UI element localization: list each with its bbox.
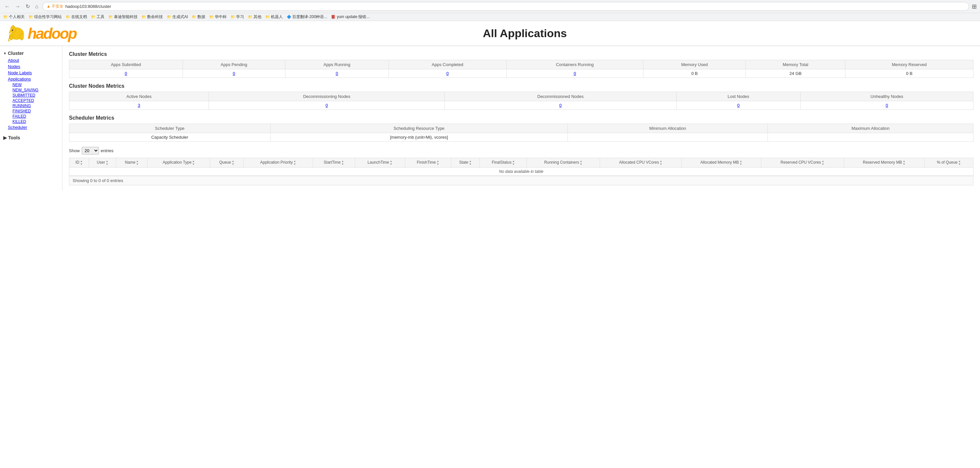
cluster-label: Cluster bbox=[8, 51, 24, 56]
bookmark-item[interactable]: 📁其他 bbox=[248, 14, 261, 20]
cluster-nodes-header: Decommissioned Nodes bbox=[445, 92, 676, 101]
sidebar-item-killed[interactable]: KILLED bbox=[12, 119, 62, 124]
bookmark-item[interactable]: 📁在线文档 bbox=[66, 14, 87, 20]
bookmark-item[interactable]: 📁数命科技 bbox=[142, 14, 163, 20]
scheduler-metrics-title: Scheduler Metrics bbox=[69, 115, 974, 121]
cluster-nodes-cell[interactable]: 0 bbox=[676, 101, 800, 110]
sidebar-item-new[interactable]: NEW bbox=[12, 82, 62, 88]
sort-icon: ▲▼ bbox=[106, 160, 108, 166]
bookmark-label: 机器人 bbox=[271, 14, 283, 20]
sort-icon: ▲▼ bbox=[136, 160, 138, 166]
apps-table-header[interactable]: Reserved CPU VCores▲▼ bbox=[761, 158, 844, 168]
scheduler-cell: [memory-mb (unit=Mi), vcores] bbox=[270, 133, 568, 142]
cluster-metrics-cell[interactable]: 0 bbox=[388, 69, 506, 78]
bookmark-icon: 📁 bbox=[248, 15, 253, 19]
forward-button[interactable]: → bbox=[14, 3, 22, 10]
browser-toolbar: ← → ↻ ⌂ ▲ 不安全 hadoop103:8088/cluster ⊞ bbox=[0, 0, 980, 13]
sidebar-item-scheduler[interactable]: Scheduler bbox=[6, 124, 62, 131]
cluster-nodes-cell[interactable]: 0 bbox=[445, 101, 676, 110]
apps-table-header[interactable]: ID▲▼ bbox=[69, 158, 89, 168]
sidebar-item-node-labels[interactable]: Node Labels bbox=[6, 70, 62, 76]
apps-table-header[interactable]: Running Containers▲▼ bbox=[527, 158, 600, 168]
apps-table: ID▲▼ User▲▼ Name▲▼ Application Type▲▼ Qu… bbox=[69, 158, 974, 176]
bookmark-item[interactable]: 📁工具 bbox=[91, 14, 105, 20]
sidebar-item-new_saving[interactable]: NEW_SAVING bbox=[12, 88, 62, 93]
apps-table-header[interactable]: FinalStatus▲▼ bbox=[480, 158, 527, 168]
apps-table-header[interactable]: Allocated CPU VCores▲▼ bbox=[600, 158, 681, 168]
bookmark-icon: 📁 bbox=[142, 15, 146, 19]
bookmark-item[interactable]: 📁学习 bbox=[231, 14, 244, 20]
cluster-nodes-cell[interactable]: 0 bbox=[800, 101, 973, 110]
tools-label: Tools bbox=[8, 135, 20, 141]
home-button[interactable]: ⌂ bbox=[34, 3, 40, 10]
back-button[interactable]: ← bbox=[3, 3, 11, 10]
apps-table-header[interactable]: Application Priority▲▼ bbox=[243, 158, 313, 168]
cluster-metrics-cell[interactable]: 0 bbox=[69, 69, 183, 78]
bookmark-item[interactable]: 📕yum update 报错... bbox=[331, 14, 369, 20]
scheduler-header: Scheduler Type bbox=[69, 124, 270, 133]
apps-table-header[interactable]: Reserved Memory MB▲▼ bbox=[844, 158, 924, 168]
apps-table-header[interactable]: Application Type▲▼ bbox=[148, 158, 210, 168]
main-content: Cluster Metrics Apps SubmittedApps Pendi… bbox=[62, 46, 980, 191]
cluster-nodes-cell[interactable]: 3 bbox=[69, 101, 209, 110]
apps-table-header[interactable]: LaunchTime▲▼ bbox=[355, 158, 405, 168]
bookmark-icon: 📁 bbox=[167, 15, 172, 19]
bookmark-icon: 📁 bbox=[91, 15, 95, 19]
cluster-metrics-cell[interactable]: 0 bbox=[506, 69, 643, 78]
cluster-metrics-header: Apps Running bbox=[285, 60, 389, 69]
bookmark-label: 在线文档 bbox=[71, 14, 87, 20]
bookmark-label: 工具 bbox=[97, 14, 105, 20]
bookmark-item[interactable]: 📁生成式AI bbox=[167, 14, 188, 20]
bookmark-label: 个人相关 bbox=[9, 14, 25, 20]
bookmark-label: 数据 bbox=[197, 14, 205, 20]
page-title: All Applications bbox=[76, 27, 974, 40]
sidebar-item-running[interactable]: RUNNING bbox=[12, 103, 62, 109]
sort-icon: ▲▼ bbox=[822, 160, 824, 166]
address-bar[interactable]: ▲ 不安全 hadoop103:8088/cluster bbox=[42, 2, 969, 11]
scheduler-header: Minimum Allocation bbox=[568, 124, 767, 133]
apps-table-header[interactable]: StartTime▲▼ bbox=[313, 158, 355, 168]
bookmark-item[interactable]: 📁数据 bbox=[192, 14, 205, 20]
apps-table-header[interactable]: % of Queue▲▼ bbox=[924, 158, 974, 168]
apps-table-header[interactable]: Queue▲▼ bbox=[210, 158, 244, 168]
sidebar-item-about[interactable]: About bbox=[6, 57, 62, 64]
cluster-metrics-cell[interactable]: 0 bbox=[285, 69, 389, 78]
security-warning: ▲ 不安全 bbox=[47, 3, 64, 9]
cluster-nodes-title: Cluster Nodes Metrics bbox=[69, 83, 974, 89]
sort-icon: ▲▼ bbox=[469, 160, 472, 166]
translate-icon[interactable]: ⊞ bbox=[972, 3, 977, 10]
entries-label: entries bbox=[101, 148, 114, 153]
cluster-toggle[interactable]: ▼ Cluster bbox=[0, 49, 62, 57]
reload-button[interactable]: ↻ bbox=[24, 3, 31, 10]
cluster-metrics-cell: 0 B bbox=[643, 69, 746, 78]
cluster-metrics-table: Apps SubmittedApps PendingApps RunningAp… bbox=[69, 60, 974, 78]
apps-table-header[interactable]: FinishTime▲▼ bbox=[405, 158, 451, 168]
bookmark-item[interactable]: 🔷百度翻译-200种语... bbox=[287, 14, 327, 20]
sidebar-item-submitted[interactable]: SUBMITTED bbox=[12, 93, 62, 98]
cluster-nodes-cell[interactable]: 0 bbox=[209, 101, 445, 110]
bookmark-label: 其他 bbox=[253, 14, 261, 20]
no-data-row: No data available in table bbox=[69, 168, 974, 176]
bookmark-item[interactable]: 📁机器人 bbox=[266, 14, 283, 20]
svg-point-2 bbox=[20, 34, 24, 40]
bookmark-label: 华中杯 bbox=[215, 14, 227, 20]
apps-table-header[interactable]: State▲▼ bbox=[451, 158, 480, 168]
bookmark-item[interactable]: 📁个人相关 bbox=[3, 14, 25, 20]
bookmark-label: 学习 bbox=[236, 14, 244, 20]
tools-arrow-icon: ▶ bbox=[3, 135, 7, 141]
bookmark-item[interactable]: 📁综合性学习网站 bbox=[29, 14, 62, 20]
sidebar-item-failed[interactable]: FAILED bbox=[12, 114, 62, 119]
apps-table-header[interactable]: Allocated Memory MB▲▼ bbox=[681, 158, 761, 168]
bookmark-item[interactable]: 📁泰迪智能科技 bbox=[108, 14, 138, 20]
bookmark-label: 生成式AI bbox=[172, 14, 188, 20]
apps-table-header[interactable]: Name▲▼ bbox=[116, 158, 148, 168]
apps-table-header[interactable]: User▲▼ bbox=[89, 158, 116, 168]
tools-toggle[interactable]: ▶ Tools bbox=[0, 133, 62, 142]
cluster-metrics-cell[interactable]: 0 bbox=[183, 69, 285, 78]
sidebar-item-nodes[interactable]: Nodes bbox=[6, 64, 62, 70]
sidebar-item-applications[interactable]: Applications bbox=[6, 76, 62, 82]
sidebar-item-accepted[interactable]: ACCEPTED bbox=[12, 98, 62, 103]
entries-select[interactable]: 102050100 bbox=[82, 147, 99, 155]
bookmark-item[interactable]: 📁华中杯 bbox=[209, 14, 227, 20]
sidebar-item-finished[interactable]: FINISHED bbox=[12, 109, 62, 114]
